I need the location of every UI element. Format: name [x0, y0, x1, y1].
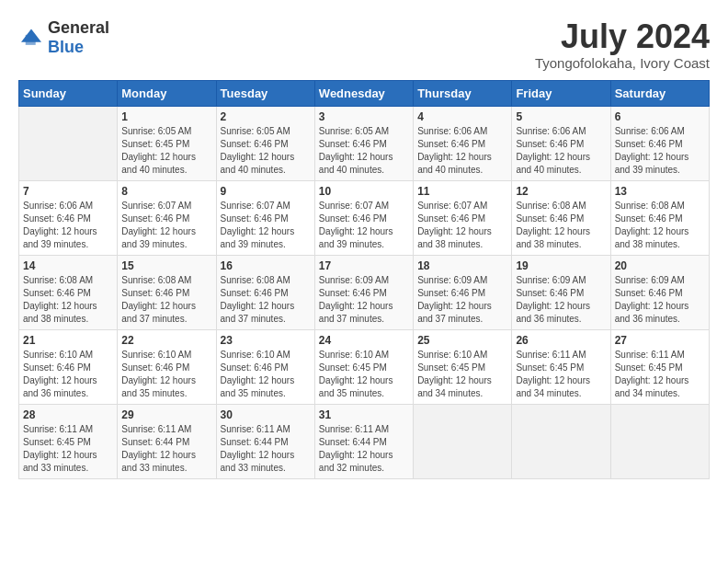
day-number: 7 — [23, 185, 113, 198]
day-info: Sunrise: 6:09 AMSunset: 6:46 PMDaylight:… — [615, 274, 705, 326]
day-info: Sunrise: 6:11 AMSunset: 6:44 PMDaylight:… — [121, 423, 211, 475]
day-info: Sunrise: 6:07 AMSunset: 6:46 PMDaylight:… — [417, 200, 507, 251]
day-info: Sunrise: 6:10 AMSunset: 6:46 PMDaylight:… — [23, 349, 113, 400]
logo-blue: Blue — [48, 38, 84, 56]
day-number: 22 — [121, 334, 211, 347]
calendar-cell — [19, 106, 118, 180]
calendar-cell: 16Sunrise: 6:08 AMSunset: 6:46 PMDayligh… — [216, 255, 314, 329]
day-number: 29 — [121, 408, 211, 421]
calendar-cell: 1Sunrise: 6:05 AMSunset: 6:45 PMDaylight… — [118, 106, 216, 180]
day-number: 15 — [121, 259, 211, 272]
page-header: General Blue July 2024 Tyongofolokaha, I… — [18, 18, 710, 71]
calendar-cell: 5Sunrise: 6:06 AMSunset: 6:46 PMDaylight… — [512, 106, 610, 180]
calendar-cell: 15Sunrise: 6:08 AMSunset: 6:46 PMDayligh… — [118, 255, 216, 329]
day-info: Sunrise: 6:11 AMSunset: 6:44 PMDaylight:… — [319, 423, 409, 475]
day-number: 12 — [516, 185, 606, 198]
calendar-cell: 12Sunrise: 6:08 AMSunset: 6:46 PMDayligh… — [512, 180, 610, 255]
day-number: 1 — [121, 110, 211, 123]
calendar-cell — [414, 404, 512, 478]
month-title: July 2024 — [535, 18, 710, 55]
day-number: 3 — [319, 110, 409, 123]
day-number: 2 — [221, 110, 311, 123]
header-wednesday: Wednesday — [314, 80, 413, 106]
calendar-cell: 20Sunrise: 6:09 AMSunset: 6:46 PMDayligh… — [610, 255, 709, 329]
calendar-body: 1Sunrise: 6:05 AMSunset: 6:45 PMDaylight… — [19, 106, 710, 478]
calendar-cell: 7Sunrise: 6:06 AMSunset: 6:46 PMDaylight… — [19, 180, 118, 255]
header-friday: Friday — [512, 80, 610, 106]
day-info: Sunrise: 6:09 AMSunset: 6:46 PMDaylight:… — [417, 274, 507, 326]
title-block: July 2024 Tyongofolokaha, Ivory Coast — [535, 18, 710, 71]
calendar-cell — [610, 404, 709, 478]
day-number: 24 — [319, 334, 409, 347]
day-number: 25 — [417, 334, 507, 347]
svg-marker-1 — [26, 35, 36, 45]
day-info: Sunrise: 6:11 AMSunset: 6:45 PMDaylight:… — [23, 423, 113, 475]
day-info: Sunrise: 6:10 AMSunset: 6:46 PMDaylight:… — [221, 349, 311, 400]
day-info: Sunrise: 6:06 AMSunset: 6:46 PMDaylight:… — [23, 200, 113, 251]
calendar-cell: 13Sunrise: 6:08 AMSunset: 6:46 PMDayligh… — [610, 180, 709, 255]
day-info: Sunrise: 6:07 AMSunset: 6:46 PMDaylight:… — [319, 200, 409, 251]
day-info: Sunrise: 6:07 AMSunset: 6:46 PMDaylight:… — [121, 200, 211, 251]
calendar-cell: 9Sunrise: 6:07 AMSunset: 6:46 PMDaylight… — [216, 180, 314, 255]
calendar-cell: 10Sunrise: 6:07 AMSunset: 6:46 PMDayligh… — [314, 180, 413, 255]
day-number: 23 — [221, 334, 311, 347]
day-info: Sunrise: 6:05 AMSunset: 6:45 PMDaylight:… — [121, 125, 211, 177]
day-info: Sunrise: 6:08 AMSunset: 6:46 PMDaylight:… — [221, 274, 311, 326]
day-number: 20 — [615, 259, 705, 272]
calendar-cell: 14Sunrise: 6:08 AMSunset: 6:46 PMDayligh… — [19, 255, 118, 329]
day-info: Sunrise: 6:10 AMSunset: 6:46 PMDaylight:… — [121, 349, 211, 400]
day-info: Sunrise: 6:06 AMSunset: 6:46 PMDaylight:… — [417, 125, 507, 177]
calendar-cell: 26Sunrise: 6:11 AMSunset: 6:45 PMDayligh… — [512, 329, 610, 404]
day-number: 10 — [319, 185, 409, 198]
calendar-header: Sunday Monday Tuesday Wednesday Thursday… — [19, 80, 710, 106]
logo-text: General Blue — [48, 18, 109, 57]
logo: General Blue — [18, 18, 109, 57]
day-number: 6 — [615, 110, 705, 123]
day-number: 19 — [516, 259, 606, 272]
day-number: 26 — [516, 334, 606, 347]
calendar-cell: 3Sunrise: 6:05 AMSunset: 6:46 PMDaylight… — [314, 106, 413, 180]
day-info: Sunrise: 6:11 AMSunset: 6:44 PMDaylight:… — [221, 423, 311, 475]
calendar-week-4: 28Sunrise: 6:11 AMSunset: 6:45 PMDayligh… — [19, 404, 710, 478]
calendar-cell — [512, 404, 610, 478]
calendar-cell: 19Sunrise: 6:09 AMSunset: 6:46 PMDayligh… — [512, 255, 610, 329]
header-tuesday: Tuesday — [216, 80, 314, 106]
location-title: Tyongofolokaha, Ivory Coast — [535, 55, 710, 71]
calendar-cell: 6Sunrise: 6:06 AMSunset: 6:46 PMDaylight… — [610, 106, 709, 180]
day-number: 4 — [417, 110, 507, 123]
day-info: Sunrise: 6:07 AMSunset: 6:46 PMDaylight:… — [221, 200, 311, 251]
day-number: 11 — [417, 185, 507, 198]
day-number: 14 — [23, 259, 113, 272]
calendar-cell: 17Sunrise: 6:09 AMSunset: 6:46 PMDayligh… — [314, 255, 413, 329]
day-info: Sunrise: 6:10 AMSunset: 6:45 PMDaylight:… — [417, 349, 507, 400]
header-monday: Monday — [118, 80, 216, 106]
calendar-cell: 24Sunrise: 6:10 AMSunset: 6:45 PMDayligh… — [314, 329, 413, 404]
day-info: Sunrise: 6:11 AMSunset: 6:45 PMDaylight:… — [615, 349, 705, 400]
calendar-week-2: 14Sunrise: 6:08 AMSunset: 6:46 PMDayligh… — [19, 255, 710, 329]
calendar-cell: 21Sunrise: 6:10 AMSunset: 6:46 PMDayligh… — [19, 329, 118, 404]
calendar-week-3: 21Sunrise: 6:10 AMSunset: 6:46 PMDayligh… — [19, 329, 710, 404]
day-number: 5 — [516, 110, 606, 123]
header-sunday: Sunday — [19, 80, 118, 106]
calendar-cell: 25Sunrise: 6:10 AMSunset: 6:45 PMDayligh… — [414, 329, 512, 404]
calendar-cell: 31Sunrise: 6:11 AMSunset: 6:44 PMDayligh… — [314, 404, 413, 478]
calendar-cell: 23Sunrise: 6:10 AMSunset: 6:46 PMDayligh… — [216, 329, 314, 404]
day-number: 21 — [23, 334, 113, 347]
calendar-cell: 11Sunrise: 6:07 AMSunset: 6:46 PMDayligh… — [414, 180, 512, 255]
calendar-cell: 2Sunrise: 6:05 AMSunset: 6:46 PMDaylight… — [216, 106, 314, 180]
day-number: 8 — [121, 185, 211, 198]
day-number: 13 — [615, 185, 705, 198]
day-info: Sunrise: 6:08 AMSunset: 6:46 PMDaylight:… — [516, 200, 606, 251]
header-row: Sunday Monday Tuesday Wednesday Thursday… — [19, 80, 710, 106]
day-number: 28 — [23, 408, 113, 421]
day-number: 27 — [615, 334, 705, 347]
calendar-cell: 4Sunrise: 6:06 AMSunset: 6:46 PMDaylight… — [414, 106, 512, 180]
day-info: Sunrise: 6:08 AMSunset: 6:46 PMDaylight:… — [23, 274, 113, 326]
header-thursday: Thursday — [414, 80, 512, 106]
day-number: 16 — [221, 259, 311, 272]
day-info: Sunrise: 6:11 AMSunset: 6:45 PMDaylight:… — [516, 349, 606, 400]
logo-icon — [18, 28, 44, 48]
header-saturday: Saturday — [610, 80, 709, 106]
day-info: Sunrise: 6:08 AMSunset: 6:46 PMDaylight:… — [121, 274, 211, 326]
calendar-cell: 28Sunrise: 6:11 AMSunset: 6:45 PMDayligh… — [19, 404, 118, 478]
